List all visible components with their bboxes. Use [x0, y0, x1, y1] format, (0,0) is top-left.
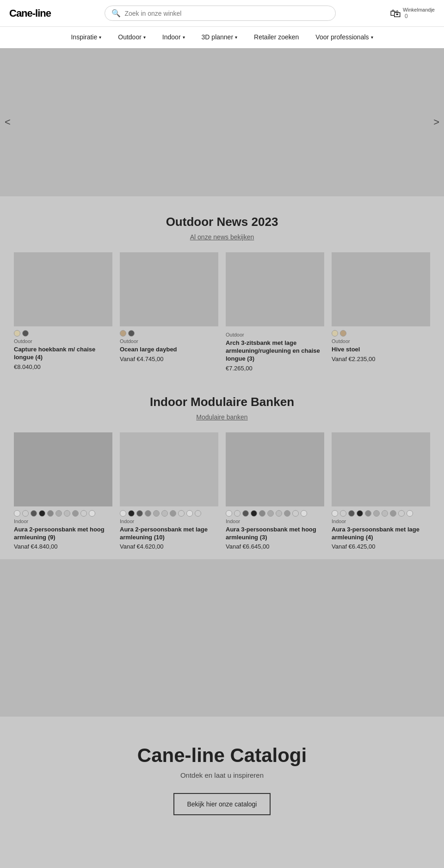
- catalog-section: Cane-line Catalogi Ontdek en laat u insp…: [0, 717, 444, 834]
- nav-item-3d-planner[interactable]: 3D planner ▾: [193, 27, 246, 48]
- outdoor-products-grid: Outdoor Capture hoekbank m/ chaise longu…: [9, 252, 435, 372]
- swatch: [251, 510, 257, 517]
- outdoor-product-price-1: Vanaf €4.745,00: [120, 356, 218, 362]
- indoor-product-price-1: Vanaf €4.620,00: [120, 543, 218, 550]
- nav-item-retailer[interactable]: Retailer zoeken: [246, 27, 307, 48]
- indoor-product-category-1: Indoor: [120, 518, 218, 524]
- swatch: [332, 330, 338, 337]
- cart-icon: 🛍: [390, 7, 401, 20]
- outdoor-product-category-2: Outdoor: [226, 332, 324, 337]
- swatch: [47, 510, 54, 517]
- swatch: [120, 330, 126, 337]
- logo-text: Cane-line: [9, 7, 51, 19]
- swatch: [357, 510, 363, 517]
- outdoor-section-link[interactable]: Al onze news bekijken: [190, 233, 254, 241]
- indoor-section-link[interactable]: Modulaire banken: [196, 413, 247, 421]
- swatch: [153, 510, 160, 517]
- cart-area[interactable]: 🛍 Winkelmandje 0: [390, 7, 435, 20]
- indoor-swatches-3: [332, 510, 430, 517]
- outdoor-swatches-3: [332, 330, 430, 337]
- search-input[interactable]: [124, 10, 329, 17]
- swatch: [267, 510, 274, 517]
- outdoor-product-name-3: Hive stoel: [332, 346, 430, 354]
- chevron-down-icon: ▾: [143, 35, 146, 40]
- hero-banner: < >: [0, 48, 444, 196]
- swatch: [365, 510, 371, 517]
- outdoor-product-category-0: Outdoor: [14, 338, 112, 344]
- catalog-subtitle: Ontdek en laat u inspireren: [9, 771, 435, 779]
- swatch: [80, 510, 87, 517]
- swatch: [382, 510, 388, 517]
- swatch: [398, 510, 405, 517]
- indoor-product-image-2: [226, 432, 324, 506]
- outdoor-section: Outdoor News 2023 Al onze news bekijken …: [0, 196, 444, 381]
- indoor-product-image-3: [332, 432, 430, 506]
- outdoor-product-name-1: Ocean large daybed: [120, 346, 218, 354]
- swatch: [186, 510, 193, 517]
- swatch: [136, 510, 143, 517]
- outdoor-swatches-1: [120, 330, 218, 337]
- outdoor-product-2[interactable]: Outdoor Arch 3-zitsbank met lage armleun…: [226, 252, 324, 372]
- search-bar[interactable]: 🔍: [105, 6, 336, 21]
- indoor-product-2[interactable]: Indoor Aura 3-persoonsbank met hoog arml…: [226, 432, 324, 550]
- logo[interactable]: Cane-line: [9, 7, 51, 19]
- hero-prev-button[interactable]: <: [5, 116, 11, 128]
- swatch: [170, 510, 176, 517]
- nav-item-outdoor[interactable]: Outdoor ▾: [110, 27, 154, 48]
- indoor-product-1[interactable]: Indoor Aura 2-persoonsbank met lage arml…: [120, 432, 218, 550]
- outdoor-product-image-1: [120, 252, 218, 326]
- indoor-product-image-1: [120, 432, 218, 506]
- outdoor-product-name-0: Capture hoekbank m/ chaise longue (4): [14, 346, 112, 362]
- hero-next-button[interactable]: >: [433, 116, 439, 128]
- indoor-products-grid: Indoor Aura 2-persoonsbank met hoog arml…: [9, 432, 435, 550]
- swatch: [128, 510, 135, 517]
- outdoor-product-price-3: Vanaf €2.235,00: [332, 356, 430, 362]
- nav-item-inspiratie[interactable]: Inspiratie ▾: [62, 27, 110, 48]
- indoor-product-category-2: Indoor: [226, 518, 324, 524]
- outdoor-product-1[interactable]: Outdoor Ocean large daybed Vanaf €4.745,…: [120, 252, 218, 372]
- outdoor-product-image-3: [332, 252, 430, 326]
- outdoor-swatches-0: [14, 330, 112, 337]
- swatch: [276, 510, 282, 517]
- cart-count: 0: [405, 13, 435, 19]
- swatch: [332, 510, 338, 517]
- indoor-swatches-1: [120, 510, 218, 517]
- cart-label: Winkelmandje: [403, 7, 435, 13]
- swatch: [301, 510, 307, 517]
- secondary-banner: [0, 559, 444, 717]
- swatch: [72, 510, 79, 517]
- main-nav: Inspiratie ▾ Outdoor ▾ Indoor ▾ 3D plann…: [0, 26, 444, 48]
- indoor-product-category-3: Indoor: [332, 518, 430, 524]
- outdoor-product-category-3: Outdoor: [332, 338, 430, 344]
- outdoor-product-price-0: €8.040,00: [14, 363, 112, 370]
- swatch: [89, 510, 95, 517]
- swatch: [340, 330, 346, 337]
- outdoor-product-3[interactable]: Outdoor Hive stoel Vanaf €2.235,00: [332, 252, 430, 372]
- swatch: [242, 510, 249, 517]
- indoor-product-category-0: Indoor: [14, 518, 112, 524]
- outdoor-product-image-2: [226, 252, 324, 326]
- swatch: [22, 330, 29, 337]
- outdoor-product-0[interactable]: Outdoor Capture hoekbank m/ chaise longu…: [14, 252, 112, 372]
- swatch: [31, 510, 37, 517]
- swatch: [234, 510, 240, 517]
- outdoor-product-image-0: [14, 252, 112, 326]
- swatch: [178, 510, 185, 517]
- search-icon: 🔍: [111, 9, 121, 18]
- indoor-product-3[interactable]: Indoor Aura 3-persoonsbank met lage arml…: [332, 432, 430, 550]
- nav-item-professionals[interactable]: Voor professionals ▾: [307, 27, 381, 48]
- indoor-product-name-3: Aura 3-persoonsbank met lage armleuning …: [332, 526, 430, 542]
- nav-item-indoor[interactable]: Indoor ▾: [154, 27, 193, 48]
- catalog-button[interactable]: Bekijk hier onze catalogi: [173, 793, 271, 815]
- swatch: [14, 330, 20, 337]
- indoor-product-price-2: Vanaf €6.645,00: [226, 543, 324, 550]
- swatch: [161, 510, 168, 517]
- outdoor-product-price-2: €7.265,00: [226, 365, 324, 372]
- indoor-swatches-0: [14, 510, 112, 517]
- indoor-product-0[interactable]: Indoor Aura 2-persoonsbank met hoog arml…: [14, 432, 112, 550]
- indoor-product-name-1: Aura 2-persoonsbank met lage armleuning …: [120, 526, 218, 542]
- swatch: [373, 510, 380, 517]
- swatch: [390, 510, 396, 517]
- catalog-title: Cane-line Catalogi: [9, 744, 435, 767]
- swatch: [259, 510, 265, 517]
